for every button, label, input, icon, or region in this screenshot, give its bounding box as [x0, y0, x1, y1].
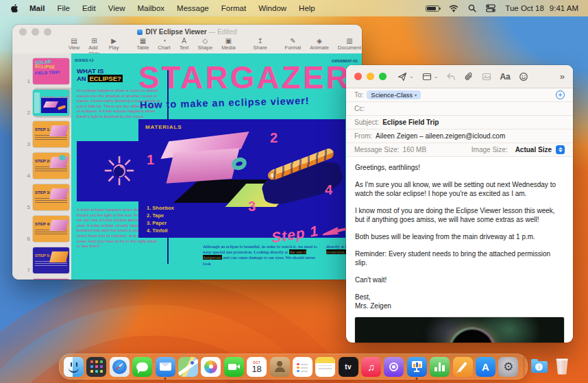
toolbar-shape-button[interactable]: ◇Shape [197, 37, 212, 51]
toolbar-table-button[interactable]: ▦Table [136, 37, 149, 51]
dock-icon-music[interactable]: ♫ [361, 357, 381, 377]
dock-icon-podcasts[interactable] [384, 357, 404, 377]
toolbar-media-button[interactable]: ▣Media [221, 37, 235, 51]
slide-thumbnail-7[interactable]: 7 STEP 5: [12, 247, 71, 273]
dock-icon-finder[interactable] [64, 357, 84, 377]
slide-thumbnail-5[interactable]: 5 STEP 3: [12, 184, 71, 210]
materials-panel[interactable]: MATERIALS 1 2 3 4 1. Shoebox 2. Tape 3. … [138, 119, 345, 238]
add-slide-icon: ⊞ [91, 37, 97, 45]
eclipse-photo-attachment[interactable] [355, 317, 564, 343]
dock-icon-reminders[interactable] [293, 357, 313, 377]
add-recipient-button[interactable]: + [556, 90, 565, 99]
wifi-icon[interactable] [449, 3, 458, 13]
control-center-icon[interactable] [486, 3, 495, 13]
toolbar-view-button[interactable]: ▤View [69, 37, 79, 51]
dock-icon-safari[interactable] [110, 357, 130, 377]
body-paragraph: Greetings, earthlings! [355, 163, 564, 172]
format-button[interactable]: Aa [500, 72, 510, 82]
dock-icon-mail[interactable] [156, 357, 175, 377]
apple-logo-icon[interactable] [10, 3, 19, 13]
body-paragraph: I know most of you are doing the Eclipse… [355, 206, 564, 224]
slide-canvas[interactable]: SCIENCE 4.2 EXPERIMENT #11 WHAT IS AN EC… [71, 53, 362, 280]
slide-thumbnail-3[interactable]: 3 STEP 1: [12, 121, 71, 147]
slide-thumbnail-4[interactable]: 4 STEP 2: [12, 153, 71, 179]
toolbar-format-button[interactable]: ✎Format [285, 37, 302, 51]
toolbar-text-button[interactable]: AText [180, 37, 189, 51]
reply-button[interactable] [446, 72, 456, 82]
recipient-token[interactable]: Science-Class▾ [367, 90, 421, 99]
keynote-doc-icon [137, 29, 143, 35]
photo-browser-button[interactable] [482, 72, 491, 82]
menu-help[interactable]: Help [299, 4, 315, 12]
menu-window[interactable]: Window [258, 4, 286, 12]
materials-list: 1. Shoebox 2. Tape 3. Paper 4. Tinfoil [147, 204, 174, 234]
dock-icon-photos[interactable] [201, 357, 221, 377]
view-icon: ▤ [71, 37, 77, 45]
toolbar-chart-button[interactable]: ◔Chart [158, 37, 170, 51]
menu-edit[interactable]: Edit [82, 4, 96, 12]
menu-bar: Mail File Edit View Mailbox Message Form… [0, 0, 588, 16]
slide-body-column-left[interactable]: Although an eclipse is beautiful, in ord… [203, 244, 318, 267]
dock-icon-downloads[interactable]: ↓ [529, 357, 549, 377]
dock-icon-settings[interactable]: ⚙ [498, 357, 518, 377]
save-options-chevron-icon[interactable]: ⌄ [434, 73, 439, 79]
toolbar-share-button[interactable]: ↥Share [254, 37, 267, 51]
menu-bar-date[interactable]: Tue Oct 18 [505, 4, 543, 12]
subject-field[interactable]: Subject: Eclipse Field Trip [346, 116, 573, 129]
toolbar-play-button[interactable]: ▶Play [109, 37, 119, 51]
materials-label: MATERIALS [145, 124, 182, 130]
keynote-window: DIY Eclipse Viewer — Edited ▤View ⊞Add S… [12, 25, 362, 280]
send-options-chevron-icon[interactable]: ⌄ [409, 73, 414, 79]
toolbar-document-button[interactable]: ▥Document [338, 37, 361, 51]
slide-heading[interactable]: WHAT IS AN ECLIPSE? [77, 68, 123, 82]
menu-mailbox[interactable]: Mailbox [137, 4, 164, 12]
subject-value: Eclipse Field Trip [382, 119, 439, 126]
table-icon: ▦ [140, 37, 146, 45]
attach-button[interactable] [464, 72, 474, 82]
message-body[interactable]: Greetings, earthlings! As I'm sure you a… [346, 157, 573, 310]
dock-icon-appletv[interactable]: tv [339, 357, 358, 377]
body-paragraph: Both buses will be leaving from the main… [355, 232, 564, 241]
mail-toolbar-overflow-button[interactable]: » [560, 71, 565, 82]
dock-icon-facetime[interactable] [224, 357, 244, 377]
slide-title[interactable]: STARGAZER [138, 59, 351, 96]
menu-message[interactable]: Message [177, 4, 209, 12]
dock-icon-notes[interactable] [315, 357, 335, 377]
emoji-button[interactable] [519, 72, 528, 82]
dock-icon-appstore[interactable]: A [476, 357, 495, 377]
spotlight-search-icon[interactable] [468, 4, 476, 12]
save-draft-button[interactable]: ⌄ [422, 72, 439, 82]
image-size-dropdown[interactable] [556, 145, 565, 154]
slide-thumbnail-6[interactable]: 6 STEP 4: [12, 216, 71, 242]
dock-icon-messages[interactable] [132, 357, 152, 377]
dock-icon-keynote[interactable] [407, 357, 427, 377]
dock-icon-maps[interactable] [178, 357, 198, 377]
menu-view[interactable]: View [108, 4, 125, 12]
slide-thumbnail-8[interactable]: 8 DID YOU KNOW... [12, 279, 71, 280]
dock-icon-contacts[interactable] [270, 357, 290, 377]
dock-icon-numbers[interactable] [430, 357, 450, 377]
menu-file[interactable]: File [57, 4, 70, 12]
send-button[interactable]: ⌄ [397, 72, 414, 82]
slide-thumbnail-2-selected[interactable]: 2 STARGAZER [12, 90, 71, 116]
dock-icon-trash[interactable] [552, 357, 572, 377]
body-signature-line1: Best, [355, 293, 564, 301]
callout-number-1: 1 [147, 152, 154, 168]
dock-icon-pages[interactable] [453, 357, 473, 377]
battery-icon[interactable] [426, 5, 439, 12]
dock-icon-calendar[interactable]: OCT18 [247, 357, 267, 377]
to-field[interactable]: To: Science-Class▾ + [346, 88, 573, 102]
toolbar-animate-button[interactable]: ◈Animate [310, 37, 329, 51]
slide-thumbnail-1[interactable]: 1 SOLAR ECLIPSE FIELD TRIP! [12, 58, 71, 84]
menu-format[interactable]: Format [221, 4, 246, 12]
from-field[interactable]: From: Aileen Zeigen – aileen.zeigen@iclo… [346, 129, 573, 143]
slide-subtitle[interactable]: How to make an eclipse viewer! [140, 95, 310, 110]
body-signature-line2: Mrs. Zeigen [355, 301, 564, 310]
dock-icon-launchpad[interactable] [86, 357, 106, 377]
mail-window-controls[interactable] [354, 73, 387, 80]
menu-bar-time[interactable]: 9:41 AM [550, 4, 578, 12]
keynote-title-bar[interactable]: DIY Eclipse Viewer — Edited [12, 25, 362, 36]
cc-field[interactable]: Cc: [346, 102, 573, 116]
mail-toolbar: ⌄ ⌄ Aa » [346, 65, 573, 88]
menu-mail[interactable]: Mail [29, 4, 45, 12]
